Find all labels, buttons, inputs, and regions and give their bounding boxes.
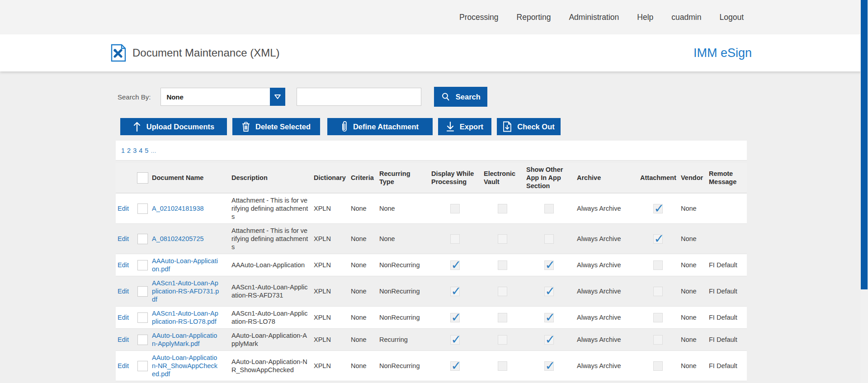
remote-message-cell: FI Default xyxy=(706,359,747,373)
delete-selected-button[interactable]: Delete Selected xyxy=(232,118,320,135)
page-link-5[interactable]: 5 xyxy=(145,147,148,154)
attachment-checkbox-cell xyxy=(637,258,678,273)
row-select-checkbox[interactable] xyxy=(137,260,148,270)
electronic-vault-checkbox-cell xyxy=(481,359,524,374)
upload-documents-button[interactable]: Upload Documents xyxy=(120,118,227,135)
document-name-link[interactable]: AAuto-Loan-Application-ApplyMark.pdf xyxy=(152,332,217,347)
edit-link[interactable]: Edit xyxy=(118,314,129,321)
edit-link[interactable]: Edit xyxy=(118,288,129,295)
document-name-link[interactable]: AAScn1-Auto-Loan-Application-RS-LO78.pdf xyxy=(152,310,218,325)
col-recurring-type: Recurring Type xyxy=(377,167,429,189)
checkout-document-icon xyxy=(503,121,512,132)
row-select-cell xyxy=(134,231,151,247)
nav-item-user[interactable]: cuadmin xyxy=(671,13,701,22)
row-select-checkbox[interactable] xyxy=(137,335,148,345)
row-select-cell xyxy=(134,310,151,326)
define-attachment-button[interactable]: Define Attachment xyxy=(327,118,433,135)
vendor-cell: None xyxy=(678,359,706,373)
check-out-button[interactable]: Check Out xyxy=(497,118,561,135)
electronic-vault-checkbox xyxy=(498,335,507,345)
document-name-cell: AAScn1-Auto-Loan-Application-RS-AFD731.p… xyxy=(151,276,229,306)
attachment-checkbox xyxy=(653,335,663,345)
nav-item-help[interactable]: Help xyxy=(637,13,653,22)
edit-link[interactable]: Edit xyxy=(118,235,129,242)
display-while-processing-checkbox xyxy=(450,234,460,244)
edit-link[interactable]: Edit xyxy=(118,336,129,343)
edit-link[interactable]: Edit xyxy=(118,205,129,212)
row-select-checkbox[interactable] xyxy=(137,361,148,371)
table-row: EditAAuto-Loan-Application-ApplyMark.pdf… xyxy=(116,328,747,350)
display-while-processing-checkbox-cell xyxy=(429,284,481,299)
col-criteria: Criteria xyxy=(348,171,377,184)
page-link-4[interactable]: 4 xyxy=(139,147,142,154)
row-select-checkbox[interactable] xyxy=(137,203,148,214)
document-name-link[interactable]: AAAuto-Loan-Application.pdf xyxy=(152,257,218,273)
table-row: EditAAuto-Loan-Application-NR_ShowAppUnc… xyxy=(116,381,747,383)
attachment-checkbox-cell xyxy=(637,310,678,325)
attachment-checkbox xyxy=(653,313,663,322)
description-cell: AAuto-Loan-Application-ApplyMark xyxy=(229,329,311,350)
table-row: EditA_021024181938Attachment - This is f… xyxy=(116,193,747,223)
select-all-checkbox[interactable] xyxy=(137,172,148,184)
dictionary-cell: XPLN xyxy=(311,359,348,373)
display-while-processing-checkbox-checked xyxy=(450,361,460,371)
display-while-processing-checkbox-cell xyxy=(429,332,481,347)
display-while-processing-checkbox-cell xyxy=(429,232,481,246)
nav-item-logout[interactable]: Logout xyxy=(719,13,744,22)
row-select-checkbox[interactable] xyxy=(137,312,148,323)
vendor-cell: None xyxy=(678,258,706,272)
page-link-3[interactable]: 3 xyxy=(133,147,137,154)
dictionary-cell: XPLN xyxy=(311,258,348,272)
show-other-app-checkbox-checked xyxy=(544,260,554,270)
edit-cell: Edit xyxy=(116,333,134,346)
criteria-cell: None xyxy=(348,232,377,246)
archive-cell: Always Archive xyxy=(574,202,637,215)
document-name-link[interactable]: A_021024181938 xyxy=(152,205,204,212)
electronic-vault-checkbox xyxy=(498,260,507,270)
page-link-1[interactable]: 1 xyxy=(121,147,125,154)
dictionary-cell: XPLN xyxy=(311,232,348,246)
show-other-app-checkbox-checked xyxy=(544,361,554,371)
documents-table: Document Name Description Dictionary Cri… xyxy=(116,163,747,383)
document-name-link[interactable]: AAuto-Loan-Application-NR_ShowAppChecked… xyxy=(152,354,217,378)
electronic-vault-checkbox xyxy=(498,313,507,322)
search-by-dropdown[interactable]: None xyxy=(160,88,285,106)
dictionary-cell: XPLN xyxy=(311,311,348,324)
document-name-cell: AAuto-Loan-Application-ApplyMark.pdf xyxy=(151,329,229,350)
search-button[interactable]: Search xyxy=(434,87,487,107)
table-row: EditAAScn1-Auto-Loan-Application-RS-LO78… xyxy=(116,306,747,328)
edit-link[interactable]: Edit xyxy=(118,261,129,269)
nav-item-processing[interactable]: Processing xyxy=(459,13,499,22)
page-link-2[interactable]: 2 xyxy=(127,147,131,154)
nav-item-administration[interactable]: Administration xyxy=(569,13,619,22)
document-name-link[interactable]: A_081024205725 xyxy=(152,235,204,242)
display-while-processing-checkbox-cell xyxy=(429,258,481,273)
archive-cell: Always Archive xyxy=(574,284,637,298)
edit-cell: Edit xyxy=(116,258,134,272)
document-name-cell: AAuto-Loan-Application-NR_ShowAppChecked… xyxy=(151,351,229,381)
page-link-more[interactable]: ... xyxy=(151,147,156,154)
search-icon xyxy=(441,92,450,101)
paperclip-icon xyxy=(341,121,348,132)
attachment-checkbox xyxy=(653,361,663,371)
document-name-cell: AAuto-Loan-Application-NR_ShowAppUncheck xyxy=(151,381,229,383)
description-cell: AAuto-Loan-Application-NR_ShowAppChecked xyxy=(229,355,311,377)
chevron-down-icon[interactable] xyxy=(270,88,285,106)
document-name-link[interactable]: AAScn1-Auto-Loan-Application-RS-AFD731.p… xyxy=(152,279,219,303)
search-input[interactable] xyxy=(297,88,421,106)
edit-link[interactable]: Edit xyxy=(118,362,129,369)
archive-cell: Always Archive xyxy=(574,333,637,346)
export-button[interactable]: Export xyxy=(438,118,491,135)
nav-item-reporting[interactable]: Reporting xyxy=(517,13,551,22)
vendor-cell: None xyxy=(678,232,706,246)
row-select-checkbox[interactable] xyxy=(137,234,148,244)
download-icon xyxy=(446,121,454,132)
scrollbar-thumb[interactable] xyxy=(861,0,868,289)
electronic-vault-checkbox-cell xyxy=(481,201,524,216)
show-other-app-checkbox-cell xyxy=(524,332,574,347)
col-electronic-vault: Electronic Vault xyxy=(481,167,524,189)
remote-message-cell: FI Default xyxy=(706,284,747,298)
recurring-type-cell: None xyxy=(377,232,429,246)
row-select-checkbox[interactable] xyxy=(137,286,148,297)
toolbar: Upload Documents Delete Selected Define … xyxy=(120,118,868,135)
